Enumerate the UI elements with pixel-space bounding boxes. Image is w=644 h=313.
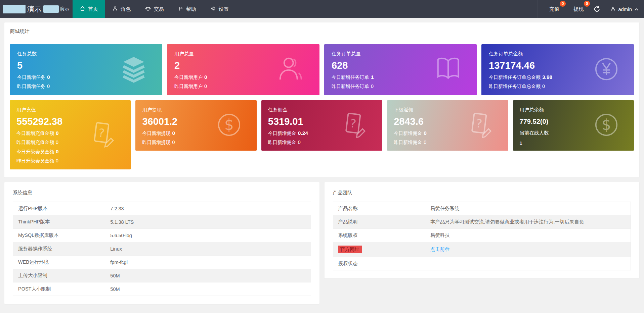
table-row: 授权状态 xyxy=(333,257,631,270)
nav-item-roles[interactable]: 角色 xyxy=(105,0,138,18)
flag-icon xyxy=(178,6,183,12)
dollar-circle-icon: $ xyxy=(216,111,243,140)
navbar-right: 充值0提现0 admin xyxy=(538,0,644,18)
product-team-title: 产品团队 xyxy=(333,190,631,196)
yen-circle-icon xyxy=(593,56,620,84)
stat-card-subline: 昨日新增任务订单总金额0 xyxy=(489,84,627,90)
logo: 演示 演示 xyxy=(0,0,69,18)
row-value: 5.6.50-log xyxy=(110,233,132,238)
table-row: 上传大小限制50M xyxy=(13,269,311,282)
navbar-actions: 充值0提现0 xyxy=(549,6,584,12)
row-value: 50M xyxy=(110,273,120,278)
person-icon xyxy=(112,6,118,12)
stat-card-task-commission: 任务佣金5319.01今日新增佣金0.24昨日新增佣金0? xyxy=(261,100,382,151)
row-label: MySQL数据库版本 xyxy=(18,232,59,238)
chevron-up-icon xyxy=(634,6,639,12)
row-label: 运行PHP版本 xyxy=(18,206,48,211)
nav-item-label: 设置 xyxy=(219,6,229,12)
mall-stats-panel: 商城统计 任务总数5今日新增任务0昨日新增任务0用户总量2今日新增用户0昨日新增… xyxy=(4,22,639,177)
row-value: fpm-fcgi xyxy=(110,260,128,265)
table-row: MySQL数据库版本5.6.50-log xyxy=(13,229,311,242)
withdraw-badge: 0 xyxy=(584,1,590,7)
withdraw-label: 提现 xyxy=(573,6,584,12)
table-row: 官方网址点击前往 xyxy=(333,242,631,257)
user-icon xyxy=(610,6,616,12)
product-team-panel: 产品团队 产品名称易赞任务系统产品说明本产品只为学习测试交流,请勿要做商业或者用… xyxy=(325,182,640,278)
username: admin xyxy=(618,6,632,12)
top-navbar: 演示 演示 首页角色交易帮助设置 充值0提现0 admin xyxy=(0,0,644,18)
survey-icon: ? xyxy=(88,120,117,150)
logo-censored-block xyxy=(3,5,26,13)
row-label: ThinkPHP版本 xyxy=(18,219,50,224)
nav-item-label: 首页 xyxy=(88,6,98,12)
stat-card-subline: 昨日新增提现0 xyxy=(142,140,250,146)
row-value: 易赞科技 xyxy=(430,232,450,238)
product-team-table: 产品名称易赞任务系统产品说明本产品只为学习测试交流,请勿要做商业或者用于违法行为… xyxy=(333,202,631,270)
nav-item-settings[interactable]: 设置 xyxy=(203,0,236,18)
main-menu: 首页角色交易帮助设置 xyxy=(73,0,236,18)
nav-item-label: 交易 xyxy=(154,6,164,12)
table-row: 服务器操作系统Linux xyxy=(13,242,311,256)
survey-icon: ? xyxy=(465,110,494,141)
system-info-table: 运行PHP版本7.2.33ThinkPHP版本5.1.38 LTSMySQL数据… xyxy=(13,202,311,296)
user-menu[interactable]: admin xyxy=(610,6,639,12)
row-label: POST大小限制 xyxy=(18,286,51,292)
nav-item-label: 帮助 xyxy=(186,6,196,12)
stat-card-total-task-orders: 任务订单总量628今日新增任务订单1昨日新增任务订单0 xyxy=(324,44,477,95)
svg-text:?: ? xyxy=(349,117,357,131)
nav-item-help[interactable]: 帮助 xyxy=(171,0,203,18)
recharge-button[interactable]: 充值0 xyxy=(549,6,559,12)
row-label: 产品名称 xyxy=(338,206,358,211)
row-value: 5.1.38 LTS xyxy=(110,219,134,225)
table-row: 运行PHP版本7.2.33 xyxy=(13,202,311,215)
table-row: POST大小限制50M xyxy=(13,282,311,296)
stat-card-task-order-amount: 任务订单总金额137174.46今日新增任务订单总金额3.98昨日新增任务订单总… xyxy=(481,44,634,95)
dollar-circle-icon: $ xyxy=(593,111,620,140)
row-label: 上传大小限制 xyxy=(18,273,47,278)
stat-card-sub-rebate: 下级返佣2843.6今日新增佣金0昨日新增佣金0? xyxy=(387,100,508,151)
logo-text-small: 演示 xyxy=(60,6,69,12)
table-row: ThinkPHP版本5.1.38 LTS xyxy=(13,215,311,229)
svg-text:?: ? xyxy=(475,117,482,131)
recharge-label: 充值 xyxy=(549,6,559,12)
user-icon xyxy=(276,55,305,85)
stat-card-user-total-balance: 用户总余额779.52(0)当前在线人数1$ xyxy=(513,100,634,151)
home-icon xyxy=(80,6,85,12)
recharge-badge: 0 xyxy=(560,1,566,7)
stat-cards-row-1: 任务总数5今日新增任务0昨日新增任务0用户总量2今日新增用户0昨日新增用户0任务… xyxy=(10,44,634,95)
refresh-icon[interactable] xyxy=(594,6,600,12)
page-content: 商城统计 任务总数5今日新增任务0昨日新增任务0用户总量2今日新增用户0昨日新增… xyxy=(0,18,644,304)
stat-card-subline: 1 xyxy=(520,141,627,146)
scales-icon xyxy=(145,6,151,12)
logo-censored-block-2 xyxy=(43,5,59,13)
row-value: 易赞任务系统 xyxy=(430,206,460,211)
row-value: 7.2.33 xyxy=(110,206,124,211)
row-label: WEB运行环境 xyxy=(18,259,49,265)
table-row: WEB运行环境fpm-fcgi xyxy=(13,256,311,269)
layers-icon xyxy=(119,55,148,85)
stats-panel-title: 商城统计 xyxy=(4,22,639,39)
nav-item-home[interactable]: 首页 xyxy=(73,0,105,18)
stat-card-label: 用户充值 xyxy=(16,107,124,113)
gear-icon xyxy=(210,6,216,12)
stat-card-user-withdraw: 用户提现36001.2今日新增提现0昨日新增提现0$ xyxy=(135,100,256,151)
withdraw-button[interactable]: 提现0 xyxy=(573,6,584,12)
svg-text:?: ? xyxy=(98,126,105,140)
go-to-link[interactable]: 点击前往 xyxy=(430,247,450,252)
row-value: Linux xyxy=(110,246,122,252)
stat-card-subline: 昨日升级会员金额0 xyxy=(16,158,124,164)
row-label: 产品说明 xyxy=(338,219,358,224)
stat-cards-row-2: 用户充值555292.38今日新增充值金额0昨日新增充值金额0今日升级会员金额0… xyxy=(10,100,634,169)
system-info-panel: 系统信息 运行PHP版本7.2.33ThinkPHP版本5.1.38 LTSMy… xyxy=(4,182,319,304)
book-icon xyxy=(434,55,463,85)
stat-card-user-recharge: 用户充值555292.38今日新增充值金额0昨日新增充值金额0今日升级会员金额0… xyxy=(10,100,131,169)
nav-item-trade[interactable]: 交易 xyxy=(138,0,171,18)
row-label: 服务器操作系统 xyxy=(18,246,52,251)
svg-text:$: $ xyxy=(602,116,611,133)
stat-card-total-tasks: 任务总数5今日新增任务0昨日新增任务0 xyxy=(10,44,162,95)
nav-item-label: 角色 xyxy=(121,6,131,12)
row-value: 50M xyxy=(110,286,120,292)
row-value: 本产品只为学习测试交流,请勿要做商业或者用于违法行为,一切后果自负 xyxy=(430,219,584,224)
system-info-title: 系统信息 xyxy=(13,190,311,196)
stat-card-total-users: 用户总量2今日新增用户0昨日新增用户0 xyxy=(167,44,319,95)
